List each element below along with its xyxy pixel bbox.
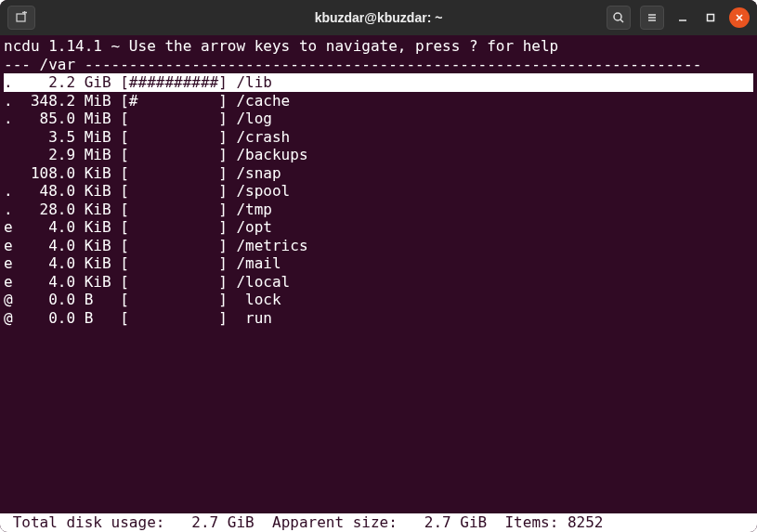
titlebar-left-controls: [7, 6, 35, 30]
terminal-content[interactable]: ncdu 1.14.1 ~ Use the arrow keys to navi…: [0, 35, 757, 532]
directory-row[interactable]: e 4.0 KiB [ ] /opt: [4, 218, 753, 237]
svg-rect-9: [708, 15, 714, 21]
titlebar-right-controls: [607, 6, 750, 30]
directory-row[interactable]: 2.9 MiB [ ] /backups: [4, 146, 753, 164]
directory-list: . 2.2 GiB [##########] /lib. 348.2 MiB […: [4, 73, 753, 327]
footer-items-label: Items:: [504, 513, 558, 531]
svg-rect-0: [17, 14, 25, 21]
minimize-button[interactable]: [673, 8, 692, 27]
directory-row[interactable]: 108.0 KiB [ ] /snap: [4, 164, 753, 183]
ncdu-footer: Total disk usage: 2.7 GiB Apparent size:…: [0, 513, 757, 532]
titlebar: kbuzdar@kbuzdar: ~: [0, 0, 757, 35]
footer-total-label: Total disk usage:: [13, 513, 165, 531]
window-title: kbuzdar@kbuzdar: ~: [315, 10, 443, 25]
footer-items-value: 8252: [568, 513, 604, 531]
directory-row[interactable]: . 348.2 MiB [# ] /cache: [4, 92, 753, 110]
svg-point-3: [614, 13, 621, 20]
close-button[interactable]: [729, 7, 750, 28]
directory-row[interactable]: @ 0.0 B [ ] lock: [4, 291, 753, 309]
menu-button[interactable]: [640, 6, 664, 30]
new-tab-button[interactable]: [7, 6, 35, 30]
directory-row[interactable]: . 28.0 KiB [ ] /tmp: [4, 201, 753, 219]
directory-row[interactable]: 3.5 MiB [ ] /crash: [4, 128, 753, 147]
footer-apparent-value: 2.7 GiB: [424, 513, 487, 531]
directory-row[interactable]: . 85.0 MiB [ ] /log: [4, 110, 753, 128]
maximize-button[interactable]: [701, 8, 720, 27]
terminal-window: kbuzdar@kbuzdar: ~ ncdu 1.14.1 ~ Use the…: [0, 0, 757, 532]
footer-apparent-label: Apparent size:: [272, 513, 398, 531]
directory-row[interactable]: @ 0.0 B [ ] run: [4, 309, 753, 328]
directory-row[interactable]: . 48.0 KiB [ ] /spool: [4, 182, 753, 201]
directory-row[interactable]: e 4.0 KiB [ ] /local: [4, 273, 753, 292]
directory-row[interactable]: e 4.0 KiB [ ] /mail: [4, 254, 753, 273]
footer-total-value: 2.7 GiB: [191, 513, 254, 531]
svg-line-4: [620, 19, 623, 22]
ncdu-header: ncdu 1.14.1 ~ Use the arrow keys to navi…: [4, 37, 753, 56]
search-button[interactable]: [607, 6, 631, 30]
directory-row[interactable]: e 4.0 KiB [ ] /metrics: [4, 237, 753, 255]
ncdu-path-line: --- /var -------------------------------…: [4, 56, 753, 74]
directory-row[interactable]: . 2.2 GiB [##########] /lib: [4, 73, 753, 92]
